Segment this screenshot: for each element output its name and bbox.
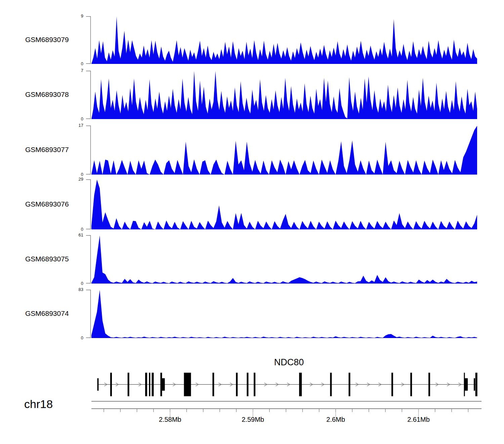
exon-tall bbox=[330, 373, 332, 396]
track-y-axis bbox=[83, 235, 91, 284]
track-ymax-label: 29 bbox=[57, 177, 83, 182]
exon-tall bbox=[184, 373, 191, 396]
signal-area-GSM6893077 bbox=[91, 125, 477, 175]
track-y-axis bbox=[83, 179, 91, 229]
track-ymin-label: 0 bbox=[57, 61, 83, 66]
track-label-GSM6893078: GSM6893078 bbox=[25, 90, 79, 99]
signal-area-GSM6893076 bbox=[91, 179, 477, 229]
track-y-axis bbox=[83, 290, 91, 338]
exon-tall bbox=[128, 373, 129, 396]
exon-tall bbox=[475, 373, 477, 396]
genome-browser-figure: GSM689307990GSM689307870GSM6893077170GSM… bbox=[0, 0, 504, 444]
track-ymin-label: 0 bbox=[57, 172, 83, 177]
exon-tall bbox=[110, 373, 112, 396]
signal-area-GSM6893079 bbox=[91, 16, 477, 64]
exon-tall bbox=[212, 373, 214, 396]
track-ymax-label: 7 bbox=[57, 68, 83, 73]
track-label-GSM6893077: GSM6893077 bbox=[25, 146, 79, 154]
gene-model-svg bbox=[91, 371, 480, 398]
exon-half bbox=[162, 378, 165, 391]
track-ymax-label: 17 bbox=[57, 123, 83, 128]
exon-half bbox=[464, 378, 468, 391]
track-ymax-label: 9 bbox=[57, 13, 83, 18]
exon-tall bbox=[299, 373, 302, 396]
exon-tall bbox=[349, 373, 350, 396]
track-ymin-label: 0 bbox=[57, 281, 83, 286]
genome-axis-svg bbox=[91, 400, 485, 424]
track-ymin-label: 0 bbox=[57, 335, 83, 340]
track-ymin-label: 0 bbox=[57, 116, 83, 121]
gene-name-label: NDC80 bbox=[274, 357, 304, 368]
exon-half bbox=[474, 378, 475, 391]
exon-tall bbox=[152, 373, 154, 396]
exon-tall bbox=[254, 373, 255, 396]
exon-tall bbox=[236, 373, 238, 396]
exon-tall bbox=[428, 373, 430, 396]
exon-tall bbox=[149, 373, 150, 396]
exon-tall bbox=[410, 373, 412, 396]
exon-tall bbox=[247, 373, 248, 396]
track-label-GSM6893076: GSM6893076 bbox=[25, 200, 79, 208]
track-y-axis bbox=[83, 71, 91, 119]
track-y-axis bbox=[83, 16, 91, 64]
track-label-GSM6893074: GSM6893074 bbox=[25, 309, 79, 318]
chromosome-label: chr18 bbox=[24, 398, 53, 411]
track-label-GSM6893079: GSM6893079 bbox=[25, 36, 79, 44]
track-ymin-label: 0 bbox=[57, 227, 83, 232]
track-ymax-label: 61 bbox=[57, 232, 83, 237]
track-y-axis bbox=[83, 125, 91, 175]
exon-tall bbox=[145, 373, 147, 396]
exon-half bbox=[97, 378, 99, 391]
signal-area-GSM6893075 bbox=[91, 235, 477, 284]
track-label-GSM6893075: GSM6893075 bbox=[25, 255, 79, 263]
track-ymax-label: 83 bbox=[57, 287, 83, 292]
exon-tall bbox=[391, 373, 393, 396]
signal-area-GSM6893078 bbox=[91, 71, 477, 119]
signal-area-GSM6893074 bbox=[91, 290, 477, 338]
